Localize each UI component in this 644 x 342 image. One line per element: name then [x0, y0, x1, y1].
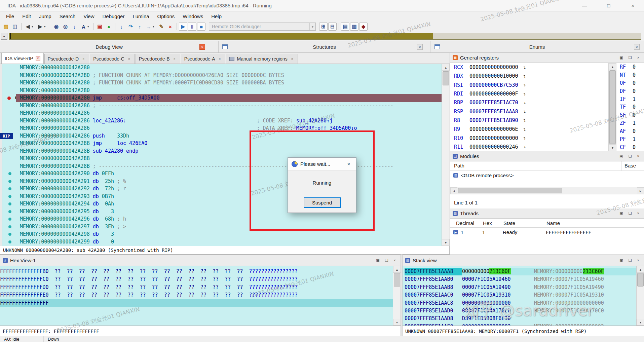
- scroll-down-icon[interactable]: ▾: [393, 319, 401, 326]
- menu-edit[interactable]: Edit: [18, 11, 35, 21]
- menu-windows[interactable]: Windows: [179, 11, 207, 21]
- maximize-button[interactable]: □: [604, 1, 614, 10]
- tab-pseudocode-b[interactable]: Pseudocode-B×: [136, 54, 180, 64]
- float-icon[interactable]: ❏: [629, 55, 632, 60]
- scroll-up-icon[interactable]: ▴: [637, 266, 644, 273]
- stack-row[interactable]: 00007FFF85E1AAB000007F1C05A19460MEMORY:0…: [405, 275, 637, 283]
- stack-row[interactable]: 00007FFF85E1AAB800007F1C05A19490MEMORY:0…: [405, 283, 637, 291]
- scroll-down-icon[interactable]: ▾: [609, 144, 616, 151]
- debugger-combo[interactable]: Remote GDB debugger▾: [209, 23, 316, 31]
- run-until-return-icon[interactable]: ↑: [136, 23, 144, 31]
- register-row[interactable]: RDI000000000000000F↴: [450, 89, 607, 98]
- value-jump-icon[interactable]: ↴: [523, 144, 526, 149]
- restore-icon[interactable]: ▣: [619, 258, 623, 263]
- disassembly-line[interactable]: MEMORY:000000000042A280: [20, 64, 442, 72]
- disassembly-line[interactable]: MEMORY:000000000042A286 loc_42A286: ; CO…: [20, 117, 442, 125]
- tab-ida-view-rip[interactable]: IDA View-RIP×: [1, 53, 44, 64]
- run-to-cursor-dropdown-icon[interactable]: ▾: [153, 25, 156, 28]
- close-icon[interactable]: ×: [172, 56, 177, 61]
- scrollbar-thumb[interactable]: [394, 273, 400, 287]
- stack-row[interactable]: 00007FFF85E1AAE00000000000000003MEMORY:0…: [405, 323, 637, 326]
- module-row[interactable]: ▤ <GDB remote process>: [450, 171, 644, 180]
- snapshot-icon[interactable]: ▣: [96, 23, 104, 31]
- breakpoint-dot[interactable]: [7, 97, 11, 100]
- step-into-icon[interactable]: ↓: [117, 23, 126, 31]
- column-divider[interactable]: [621, 161, 622, 170]
- flag-row[interactable]: CF0: [620, 143, 644, 151]
- register-row[interactable]: RDX0000000000010000↴: [450, 72, 607, 80]
- disassembly-line[interactable]: MEMORY:000000000042A295 db 3: [20, 208, 442, 216]
- tab-pseudocode-a[interactable]: Pseudocode-A×: [181, 54, 226, 64]
- hex-row[interactable]: FFFFFFFFFFFFFFFF: [0, 299, 393, 307]
- register-row[interactable]: RSI000000000CB7C530↴: [450, 81, 607, 89]
- flag-row[interactable]: OF0: [620, 79, 644, 87]
- chevron-down-icon[interactable]: ▾: [309, 23, 315, 30]
- disassembly-line[interactable]: MEMORY:000000000042A286: [20, 109, 442, 117]
- disassembly-line[interactable]: MEMORY:000000000042A280: [20, 87, 442, 94]
- menu-lumina[interactable]: Lumina: [128, 11, 153, 21]
- disassembly-line[interactable]: MEMORY:000000000042A28B ; --------------…: [20, 162, 442, 170]
- close-icon[interactable]: ×: [394, 258, 396, 263]
- search-labels-dropdown-icon[interactable]: ▾: [87, 25, 91, 28]
- close-icon[interactable]: ×: [637, 258, 639, 263]
- stack-row[interactable]: 00007FFF85E1AAC000007F1C05A19310MEMORY:0…: [405, 291, 637, 299]
- scrollbar-thumb[interactable]: [637, 273, 644, 287]
- module-path[interactable]: <GDB remote process>: [461, 173, 514, 178]
- minimize-button[interactable]: —: [579, 1, 590, 10]
- scrollbar-thumb[interactable]: [609, 70, 616, 144]
- stack-row[interactable]: 00007FFF85E1AAA8000000000213C60FMEMORY:0…: [405, 268, 637, 275]
- register-value[interactable]: 000000000000006E: [469, 126, 521, 132]
- register-row[interactable]: R9000000000000006E↴: [450, 125, 607, 134]
- flag-row[interactable]: TF0: [620, 103, 644, 111]
- float-icon[interactable]: ❏: [385, 258, 388, 263]
- flag-row[interactable]: ZF1: [620, 119, 644, 127]
- navband-strip[interactable]: [9, 33, 641, 40]
- disassembly-line[interactable]: MEMORY:000000000042A286 ; --------------…: [20, 102, 442, 110]
- register-value[interactable]: 000000000CB7C530: [469, 82, 521, 88]
- register-value[interactable]: 00007FFF85E1AC70: [469, 100, 521, 106]
- hex-row[interactable]: FFFFFFFFFFFFFFE0 ?? ?? ?? ?? ?? ?? ?? ??…: [0, 291, 393, 299]
- hex-row[interactable]: FFFFFFFFFFFFFFD0 ?? ?? ?? ?? ?? ?? ?? ??…: [0, 283, 393, 291]
- breakpoint-list-icon[interactable]: ◆: [359, 23, 368, 31]
- column-name[interactable]: Name: [546, 220, 560, 226]
- close-icon[interactable]: ×: [637, 154, 639, 158]
- terminate-process-icon[interactable]: ■: [197, 23, 205, 31]
- run-to-cursor-icon[interactable]: →: [145, 23, 153, 31]
- restore-icon[interactable]: ▣: [619, 55, 623, 60]
- menu-help[interactable]: Help: [207, 11, 226, 21]
- panel-structures[interactable]: Structures ×: [219, 41, 430, 52]
- open-file-icon[interactable]: ▨: [2, 23, 10, 31]
- jump-forward-dropdown-icon[interactable]: ▾: [44, 25, 48, 28]
- value-jump-icon[interactable]: ↴: [523, 109, 526, 114]
- stack-list[interactable]: 00007FFF85E1AAA8000000000213C60FMEMORY:0…: [403, 266, 637, 326]
- modules-column-headers[interactable]: Path Base: [450, 161, 644, 171]
- restore-icon[interactable]: ▣: [376, 258, 379, 263]
- float-icon[interactable]: ❏: [629, 211, 632, 216]
- flag-row[interactable]: NT0: [620, 71, 644, 79]
- register-value[interactable]: 000000000000000F: [469, 91, 521, 97]
- modules-hscrollbar[interactable]: ◂ ▸: [450, 187, 644, 194]
- continue-process-icon[interactable]: ▶: [179, 23, 187, 31]
- tab-pseudocode-d[interactable]: Pseudocode-D×: [44, 54, 89, 64]
- register-row[interactable]: RCX0000000000000000↴: [450, 63, 607, 72]
- register-value[interactable]: 0000000000000000: [469, 135, 521, 141]
- value-jump-icon[interactable]: ↴: [523, 136, 526, 141]
- close-icon[interactable]: ×: [290, 56, 295, 61]
- stack-row[interactable]: 00007FFF85E1AAC80000000000000000MEMORY:0…: [405, 299, 637, 307]
- scroll-left-icon[interactable]: ◂: [450, 187, 457, 194]
- register-value[interactable]: 00007FFF85E1AAA8: [469, 109, 521, 115]
- search-labels-icon[interactable]: A: [79, 23, 88, 31]
- close-icon[interactable]: ×: [637, 55, 639, 60]
- disassembly-line[interactable]: MEMORY:000000000042A291 db 25h ; %: [20, 178, 442, 185]
- scroll-down-icon[interactable]: ▾: [442, 239, 450, 246]
- detach-process-icon[interactable]: ⊟: [328, 23, 337, 31]
- suspend-button[interactable]: Suspend: [304, 197, 341, 208]
- disassembly-scrollbar[interactable]: ▴ ▾: [442, 64, 450, 246]
- panel-debug-view[interactable]: Debug View ×: [0, 41, 219, 52]
- registers-scrollbar[interactable]: ▴ ▾: [608, 63, 616, 151]
- value-jump-icon[interactable]: ↴: [523, 118, 526, 123]
- flag-row[interactable]: AF0: [620, 127, 644, 135]
- scroll-up-icon[interactable]: ▴: [609, 63, 616, 70]
- disassembly-line[interactable]: MEMORY:000000000042A28B: [20, 155, 442, 162]
- value-jump-icon[interactable]: ↴: [523, 91, 526, 97]
